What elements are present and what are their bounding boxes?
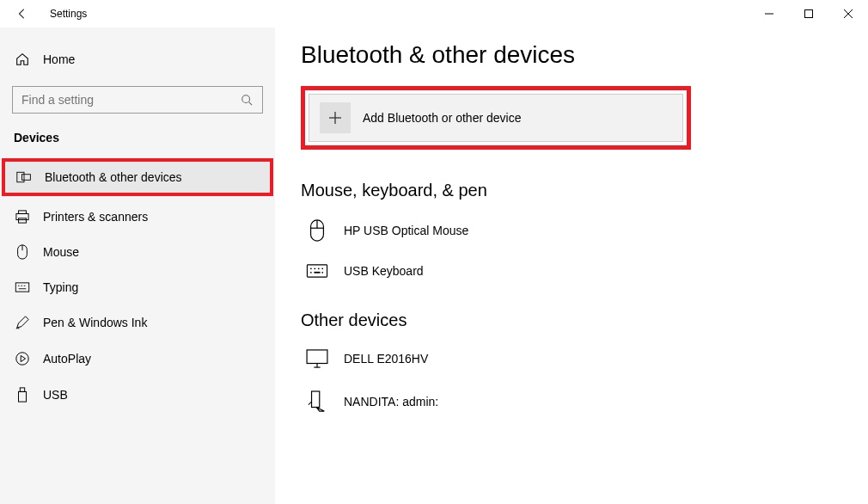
usb-icon: [14, 387, 31, 403]
bluetooth-devices-icon: [15, 171, 33, 183]
search-icon: [240, 94, 254, 106]
device-item[interactable]: NANDITA: admin:: [301, 384, 842, 420]
maximize-button[interactable]: [789, 0, 828, 28]
device-item[interactable]: HP USB Optical Mouse: [301, 212, 842, 249]
device-item[interactable]: DELL E2016HV: [301, 342, 842, 375]
svg-rect-5: [22, 175, 31, 181]
svg-rect-17: [20, 388, 24, 392]
main-content: Bluetooth & other devices Add Bluetooth …: [275, 28, 868, 504]
window-title: Settings: [50, 8, 87, 20]
highlight-sidebar: Bluetooth & other devices: [2, 158, 273, 196]
monitor-icon: [306, 349, 328, 368]
svg-rect-8: [19, 218, 27, 223]
titlebar: Settings: [0, 0, 868, 28]
window-controls: [749, 0, 868, 28]
sidebar-item-mouse[interactable]: Mouse: [0, 234, 275, 270]
sidebar-item-label: USB: [43, 388, 68, 402]
page-title: Bluetooth & other devices: [301, 41, 842, 69]
svg-rect-11: [15, 283, 28, 292]
svg-point-16: [16, 353, 28, 365]
autoplay-icon: [14, 351, 31, 366]
svg-point-27: [318, 267, 320, 269]
highlight-add: Add Bluetooth or other device: [301, 86, 691, 150]
svg-rect-6: [19, 211, 27, 214]
section-mouse-keyboard: Mouse, keyboard, & pen HP USB Optical Mo…: [301, 181, 842, 285]
svg-point-30: [321, 272, 323, 274]
svg-point-25: [310, 267, 312, 269]
sidebar-item-usb[interactable]: USB: [0, 377, 275, 413]
mouse-icon: [14, 244, 31, 260]
svg-rect-4: [17, 172, 24, 181]
sidebar-item-label: Pen & Windows Ink: [43, 316, 147, 329]
device-name: HP USB Optical Mouse: [344, 224, 468, 237]
device-name: USB Keyboard: [344, 264, 424, 278]
svg-line-3: [249, 102, 253, 106]
section-title: Other devices: [301, 310, 842, 330]
keyboard-icon: [14, 282, 31, 292]
mouse-device-icon: [306, 219, 328, 242]
device-name: NANDITA: admin:: [344, 395, 438, 409]
svg-rect-35: [312, 391, 320, 407]
section-other-devices: Other devices DELL E2016HV NANDITA: admi…: [301, 310, 842, 420]
svg-rect-24: [307, 265, 327, 277]
sidebar-item-label: Printers & scanners: [43, 210, 148, 224]
minimize-button[interactable]: [749, 0, 789, 28]
device-item[interactable]: USB Keyboard: [301, 257, 842, 285]
sidebar-item-bluetooth[interactable]: Bluetooth & other devices: [5, 162, 270, 193]
sidebar-item-pen[interactable]: Pen & Windows Ink: [0, 304, 275, 341]
svg-point-26: [314, 267, 315, 269]
pen-icon: [14, 315, 31, 330]
home-icon: [14, 52, 31, 67]
sidebar-item-autoplay[interactable]: AutoPlay: [0, 341, 275, 377]
device-name: DELL E2016HV: [344, 352, 428, 366]
sidebar-item-label: AutoPlay: [43, 352, 91, 366]
search-box[interactable]: [12, 86, 263, 114]
close-button[interactable]: [828, 0, 868, 28]
section-title: Mouse, keyboard, & pen: [301, 181, 842, 200]
svg-point-29: [310, 272, 312, 274]
home-label: Home: [43, 52, 75, 66]
sidebar-item-label: Mouse: [43, 245, 79, 259]
add-device-button[interactable]: Add Bluetooth or other device: [309, 94, 683, 142]
keyboard-device-icon: [306, 264, 328, 278]
sidebar-item-typing[interactable]: Typing: [0, 270, 275, 304]
svg-point-28: [321, 267, 323, 269]
svg-point-2: [242, 95, 250, 103]
add-device-label: Add Bluetooth or other device: [363, 111, 521, 125]
plus-icon: [320, 102, 351, 133]
home-nav[interactable]: Home: [0, 45, 275, 74]
back-button[interactable]: [14, 8, 31, 20]
sidebar: Home Devices Bluetooth & other devices P…: [0, 28, 275, 504]
svg-rect-32: [307, 350, 327, 364]
printer-icon: [14, 210, 31, 224]
miracast-icon: [306, 390, 328, 413]
sidebar-item-printers[interactable]: Printers & scanners: [0, 200, 275, 234]
category-label: Devices: [0, 131, 275, 158]
sidebar-item-label: Typing: [43, 280, 78, 294]
svg-rect-18: [19, 391, 27, 402]
search-input[interactable]: [21, 93, 240, 107]
svg-rect-7: [16, 213, 28, 219]
sidebar-item-label: Bluetooth & other devices: [45, 170, 182, 184]
svg-rect-1: [805, 10, 813, 18]
